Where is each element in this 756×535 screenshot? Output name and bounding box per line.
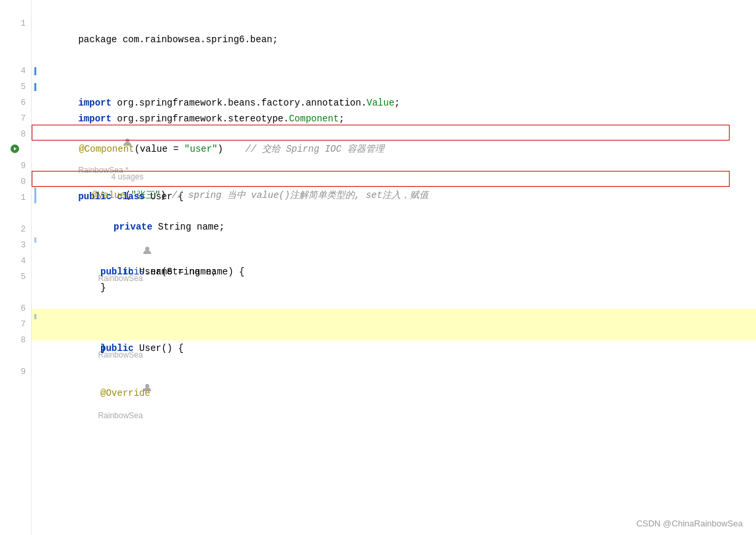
code-line (32, 203, 756, 219)
code-line (32, 280, 756, 296)
code-line: public class User { (32, 141, 756, 157)
code-line: } (32, 264, 756, 280)
annotation-line-7: @Component(value = "user") // 交给 Spirng … (32, 125, 730, 141)
code-editor: 1 4 5 6 7 8 9 0 1 2 3 4 5 6 7 8 9 packag… (0, 0, 756, 535)
author-line: RainbowSea (32, 356, 756, 369)
watermark: CSDN @ChinaRainbowSea (636, 519, 743, 528)
code-content[interactable]: package com.rainbowsea.spring6.bean; imp… (32, 0, 756, 535)
annotation-line-9: @Value("张三") // spring 当中 value()注解简单类型的… (32, 171, 730, 187)
author-line: RainbowSea (32, 219, 756, 232)
code-line: import org.springframework.beans.factory… (32, 63, 756, 79)
run-icon (12, 146, 18, 152)
code-line (32, 95, 756, 111)
code-line: this.name = name; (32, 248, 756, 264)
code-line: } (32, 325, 756, 340)
code-token: @Override (78, 388, 150, 398)
code-line: public User(String name) { (32, 232, 756, 248)
code-line: package com.rainbowsea.spring6.bean; (32, 16, 756, 32)
code-line (32, 340, 756, 356)
code-line (32, 47, 756, 63)
author-line: RainbowSea * (32, 111, 756, 124)
usages-line: 4 usages (32, 157, 756, 170)
code-line (32, 0, 756, 16)
code-line (32, 32, 756, 47)
code-line: @Override (32, 369, 756, 385)
code-line: import org.springframework.stereotype.Co… (32, 79, 756, 95)
code-line-highlighted: public User() { (32, 309, 756, 325)
code-line: private String name; (32, 187, 756, 203)
author-line: RainbowSea (32, 296, 756, 309)
line-numbers: 1 4 5 6 7 8 9 0 1 2 3 4 5 6 7 8 9 (0, 0, 32, 535)
author-label: RainbowSea (98, 411, 143, 420)
